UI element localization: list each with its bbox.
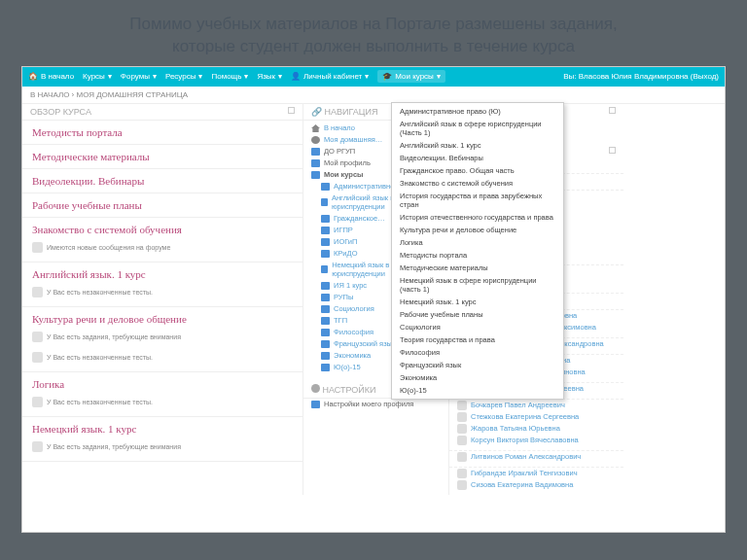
folder-icon [321,238,330,246]
nav-forums[interactable]: Форумы ▾ [121,72,157,81]
dropdown-item[interactable]: История государства и права зарубежных с… [392,190,563,211]
avatar [457,412,467,422]
folder-icon [321,198,328,206]
avatar [457,452,467,462]
collapse-icon[interactable] [288,107,295,114]
dropdown-item[interactable]: Экономика [392,371,563,384]
course-item[interactable]: Методические материалы [22,145,302,169]
nav-label: Мои курсы [324,170,364,179]
course-item[interactable]: Видеолекции. Вебинары [22,169,302,193]
course-item[interactable]: Рабочие учебные планы [22,193,302,218]
user-name: Бочкарев Павел Андреевич [471,401,565,409]
nav-label: Экономика [334,351,371,360]
dropdown-item[interactable]: Знакомство с системой обучения [392,177,563,190]
course-title[interactable]: Немецкий язык. 1 курс [32,423,293,435]
nav-lang[interactable]: Язык ▾ [257,72,282,81]
avatar [457,469,467,478]
avatar [457,480,467,490]
dropdown-item[interactable]: Видеолекции. Вебинары [392,152,563,164]
browser-window: 🏠 В начало Курсы ▾ Форумы ▾ Ресурсы ▾ По… [21,66,726,533]
dropdown-item[interactable]: Рабочие учебные планы [392,308,563,321]
folder-icon [321,282,330,290]
collapse-icon[interactable] [609,107,616,114]
avatar [457,401,467,410]
dropdown-item[interactable]: Культура речи и деловое общение [392,224,563,236]
user-item[interactable]: Жарова Татьяна Юрьевна [457,423,616,435]
course-note: У Вас есть незаконченные тесты. [32,394,293,410]
nav-label: ИЯ 1 курс [334,281,367,290]
course-item[interactable]: Немецкий язык. 1 курсУ Вас есть задания,… [22,417,302,462]
course-title[interactable]: Методические материалы [32,151,293,162]
folder-icon [321,305,330,313]
dropdown-item[interactable]: Гражданское право. Общая часть [392,164,563,177]
dropdown-item[interactable]: Французский язык [392,359,563,371]
course-note: Имеются новые сообщения на форуме [32,239,293,256]
course-title[interactable]: Методисты портала [32,126,293,138]
breadcrumb: В НАЧАЛО › МОЯ ДОМАШНЯЯ СТРАНИЦА [22,87,725,104]
user-item[interactable]: Бочкарев Павел Андреевич [457,400,616,411]
nav-courses[interactable]: Курсы ▾ [83,72,112,81]
course-title[interactable]: Культура речи и деловое общение [32,313,293,325]
course-note: У Вас есть задания, требующие внимания [32,329,293,345]
course-item[interactable]: ЛогикаУ Вас есть незаконченные тесты. [22,372,302,417]
note-icon [32,397,43,407]
dash-icon [311,136,320,144]
user-item[interactable]: Литвинов Роман Александрович [457,451,616,463]
dropdown-item[interactable]: Административное право (Ю) [392,105,563,118]
nav-mycourses[interactable]: 🎓 Мои курсы ▾ [377,70,445,83]
course-item[interactable]: Английский язык. 1 курсУ Вас есть незако… [22,262,302,307]
dropdown-item[interactable]: Немецкий язык. 1 курс [392,296,563,308]
course-item[interactable]: Знакомство с системой обученияИмеются но… [22,218,302,262]
dropdown-item[interactable]: Методические материалы [392,262,563,274]
slide-title: Помимо учебных материалов на Портале раз… [0,0,747,66]
folder-icon [321,340,330,348]
course-title[interactable]: Английский язык. 1 курс [32,268,293,280]
dropdown-item[interactable]: Философия [392,346,563,359]
nav-label: ИГПР [334,226,353,234]
course-title[interactable]: Рабочие учебные планы [32,199,293,211]
nav-label: Ю(о)-15 [334,363,361,371]
course-title[interactable]: Видеолекции. Вебинары [32,175,293,187]
user-info[interactable]: Вы: Власова Юлия Владимировна (Выход) [563,72,719,81]
nav-label: Французский язык [334,339,395,348]
dropdown-item[interactable]: Логика [392,236,563,249]
course-title[interactable]: Логика [32,378,293,390]
dropdown-item[interactable]: Теория государства и права [392,333,563,346]
user-name: Корсун Виктория Вячеславовна [471,436,579,444]
dropdown-item[interactable]: Ю(о)-15 [392,384,563,397]
dropdown-item[interactable]: Английский язык. 1 курс [392,139,563,152]
nav-help[interactable]: Помощь ▾ [211,72,248,81]
collapse-icon[interactable] [609,147,616,154]
dropdown-item[interactable]: Социология [392,321,563,333]
course-overview-column: ОБЗОР КУРСА Методисты порталаМетодически… [22,104,302,495]
dropdown-item[interactable]: История отечественного государства и пра… [392,211,563,224]
nav-home[interactable]: 🏠 В начало [28,72,74,81]
user-item[interactable]: Сизова Екатерина Вадимовна [457,479,616,491]
overview-header: ОБЗОР КУРСА [22,104,302,121]
dropdown-item[interactable]: Методисты портала [392,249,563,262]
course-item[interactable]: Культура речи и деловое общениеУ Вас ест… [22,307,302,372]
course-note: У Вас есть незаконченные тесты. [32,349,293,366]
course-item[interactable]: Методисты портала [22,121,302,145]
nav-resources[interactable]: Ресурсы ▾ [165,72,203,81]
folder-icon [311,159,320,167]
folder-icon [321,364,330,371]
user-name: Литвинов Роман Александрович [471,452,581,461]
nav-label: Гражданское… [334,214,385,223]
mycourses-dropdown[interactable]: Административное право (Ю)Английский язы… [391,102,564,400]
folder-icon [321,227,330,234]
user-item[interactable]: Гибрандзе Ираклий Тенгизович [457,468,616,479]
dropdown-item[interactable]: Немецкий язык в сфере юриспруденции (час… [392,274,563,296]
folder-icon [321,265,328,273]
folder-icon [321,215,330,223]
user-item[interactable]: Корсун Виктория Вячеславовна [457,435,616,446]
nav-cabinet[interactable]: 👤 Личный кабинет ▾ [291,72,369,81]
user-name: Стежкова Екатерина Сергеевна [471,412,579,421]
user-item[interactable]: Стежкова Екатерина Сергеевна [457,411,616,423]
nav-label: ИОГиП [334,237,357,246]
note-icon [32,441,43,452]
dropdown-item[interactable]: Английский язык в сфере юриспруденции (Ч… [392,118,563,139]
nav-label: В начало [324,123,355,132]
course-title[interactable]: Знакомство с системой обучения [32,224,293,235]
settings-profile[interactable]: Настройки моего профиля [303,399,448,410]
